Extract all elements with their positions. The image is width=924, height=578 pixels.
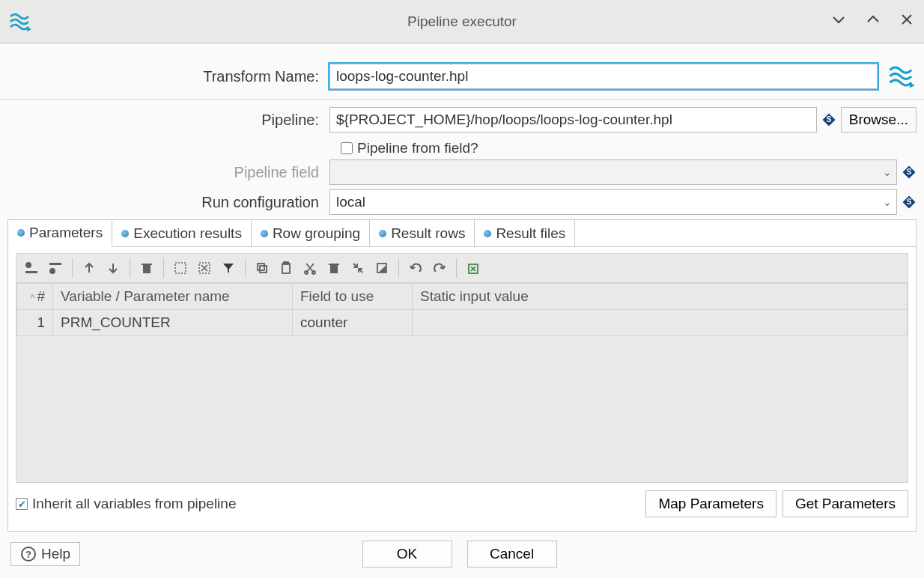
run-configuration-label: Run configuration: [7, 194, 329, 211]
paste-icon[interactable]: [276, 258, 297, 279]
svg-text:S: S: [907, 168, 912, 176]
column-header-static[interactable]: Static input value: [413, 284, 908, 310]
tabstrip: Parameters Execution results Row groupin…: [8, 220, 916, 247]
expand-icon[interactable]: [371, 258, 392, 279]
inherit-variables-label: Inherit all variables from pipeline: [32, 496, 236, 512]
move-up-icon[interactable]: [79, 258, 100, 279]
insert-row-before-icon[interactable]: [21, 258, 42, 279]
svg-rect-16: [282, 264, 290, 273]
redo-icon[interactable]: [429, 258, 450, 279]
run-configuration-select[interactable]: local ⌄: [329, 189, 897, 215]
svg-rect-17: [284, 262, 288, 264]
svg-rect-20: [330, 265, 338, 273]
pipeline-field-select[interactable]: ⌄: [329, 159, 897, 185]
filter-icon[interactable]: [218, 258, 239, 279]
tab-result-files-label: Result files: [496, 225, 565, 242]
svg-rect-21: [329, 264, 339, 265]
transform-icon: [887, 61, 917, 91]
help-button[interactable]: ? Help: [10, 542, 80, 566]
browse-button[interactable]: Browse...: [841, 107, 917, 133]
run-configuration-value: local: [336, 194, 365, 210]
table-row[interactable]: 1 PRM_COUNTER counter: [17, 310, 908, 336]
variable-icon[interactable]: S: [821, 112, 836, 127]
table-header-row: # Variable / Parameter name Field to use…: [17, 284, 908, 310]
tab-dot-icon: [379, 230, 386, 237]
window-controls: [828, 9, 917, 34]
tab-dot-icon: [261, 230, 268, 237]
dialog-content: Transform Name: Pipeline: S Browse...: [0, 43, 924, 578]
tab-dot-icon: [121, 230, 129, 237]
tab-body-parameters: # Variable / Parameter name Field to use…: [8, 247, 916, 531]
tab-execution-results-label: Execution results: [133, 225, 242, 242]
copy-icon[interactable]: [252, 258, 273, 279]
svg-point-6: [25, 262, 31, 268]
cancel-button[interactable]: Cancel: [467, 541, 557, 568]
cell-parameter-name[interactable]: PRM_COUNTER: [53, 310, 293, 336]
svg-rect-14: [258, 264, 264, 270]
maximize-button[interactable]: [863, 9, 884, 34]
help-icon: ?: [20, 546, 37, 562]
tab-container: Parameters Execution results Row groupin…: [7, 219, 917, 532]
pipeline-from-field-checkbox[interactable]: [341, 142, 353, 154]
map-parameters-button[interactable]: Map Parameters: [645, 490, 776, 517]
tab-dot-icon: [484, 230, 491, 237]
svg-rect-11: [142, 264, 152, 265]
tab-row-grouping[interactable]: Row grouping: [252, 220, 370, 246]
ok-button[interactable]: OK: [362, 541, 452, 568]
cut-icon[interactable]: [300, 258, 320, 279]
pipeline-label: Pipeline:: [7, 112, 329, 129]
collapse-icon[interactable]: [347, 258, 368, 279]
grid-toolbar: [16, 253, 908, 283]
dialog-footer: ? Help OK Cancel: [7, 532, 917, 578]
chevron-down-icon: ⌄: [883, 196, 892, 208]
export-excel-icon[interactable]: [463, 258, 484, 279]
tab-execution-results[interactable]: Execution results: [112, 220, 252, 246]
cell-row-number[interactable]: 1: [17, 310, 53, 336]
titlebar: Pipeline executor: [0, 0, 924, 43]
chevron-down-icon: ⌄: [883, 166, 892, 178]
pipeline-path-input[interactable]: [329, 107, 817, 133]
variable-icon[interactable]: S: [902, 165, 917, 180]
cell-field-to-use[interactable]: counter: [293, 310, 413, 336]
tab-parameters[interactable]: Parameters: [8, 220, 112, 247]
minimize-button[interactable]: [828, 9, 849, 34]
tab-dot-icon: [17, 229, 25, 237]
svg-rect-15: [260, 266, 267, 273]
tab-parameters-label: Parameters: [29, 225, 103, 241]
svg-text:S: S: [907, 198, 912, 206]
column-header-field[interactable]: Field to use: [293, 284, 413, 310]
tab-result-files[interactable]: Result files: [475, 220, 575, 246]
tab-result-rows[interactable]: Result rows: [370, 220, 475, 246]
pipeline-field-label: Pipeline field: [7, 164, 329, 181]
transform-name-input[interactable]: [329, 64, 878, 89]
delete-icon[interactable]: [136, 258, 157, 279]
svg-rect-10: [143, 265, 151, 273]
inherit-variables-checkbox[interactable]: ✔: [16, 498, 28, 510]
pipeline-from-field-label: Pipeline from field?: [357, 140, 478, 156]
svg-rect-8: [49, 263, 61, 265]
tab-row-grouping-label: Row grouping: [273, 225, 360, 242]
tab-result-rows-label: Result rows: [391, 225, 465, 242]
svg-point-9: [49, 268, 55, 274]
svg-rect-12: [175, 263, 186, 273]
get-parameters-button[interactable]: Get Parameters: [782, 490, 908, 517]
variable-icon[interactable]: S: [902, 195, 917, 210]
delete-all-icon[interactable]: [323, 258, 344, 279]
undo-icon[interactable]: [405, 258, 426, 279]
column-header-number[interactable]: #: [17, 284, 53, 310]
parameters-grid[interactable]: # Variable / Parameter name Field to use…: [16, 283, 908, 483]
transform-name-label: Transform Name:: [7, 68, 329, 85]
insert-row-after-icon[interactable]: [45, 258, 66, 279]
pipeline-executor-icon: [7, 9, 33, 34]
window-title: Pipeline executor: [0, 13, 924, 30]
help-label: Help: [41, 546, 70, 562]
select-all-icon[interactable]: [170, 258, 191, 279]
clear-selection-icon[interactable]: [194, 258, 215, 279]
svg-text:S: S: [826, 115, 831, 124]
close-button[interactable]: [897, 10, 917, 33]
cell-static-value[interactable]: [413, 310, 908, 336]
svg-text:?: ?: [25, 549, 31, 560]
column-header-name[interactable]: Variable / Parameter name: [53, 284, 293, 310]
svg-rect-7: [25, 271, 37, 273]
move-down-icon[interactable]: [103, 258, 124, 279]
